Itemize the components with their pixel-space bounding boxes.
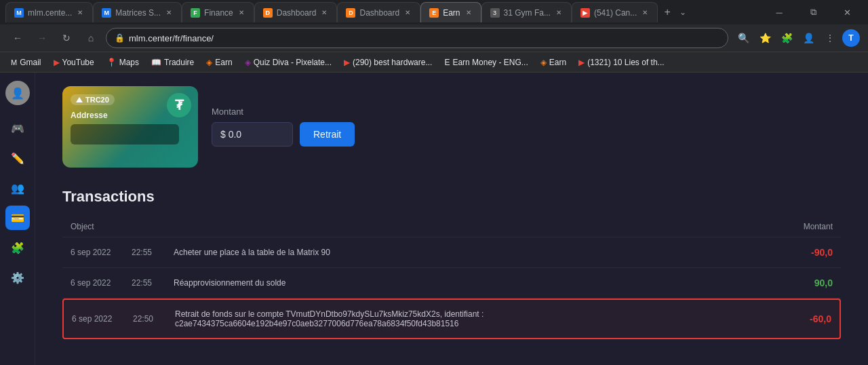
transactions-section: Transactions Object Montant 6 sep 2022 2… [62, 188, 841, 339]
montant-label: Montant [212, 107, 355, 117]
url-text: mlm.center/fr/finance/ [129, 33, 214, 43]
tab-close-youtube[interactable]: ✕ [641, 7, 649, 18]
home-button[interactable]: ⌂ [81, 28, 100, 47]
lies-icon: ▶ [578, 58, 585, 67]
tab-label-youtube: (541) Can... [594, 8, 637, 18]
bookmark-label-earn2: Earn [549, 58, 566, 67]
bookmark-label-hardware: (290) best hardware... [353, 58, 432, 67]
bookmark-label-traduire: Traduire [164, 58, 194, 67]
hardware-icon: ▶ [344, 58, 350, 67]
transaction-row: 6 sep 2022 22:55 Acheter une place à la … [62, 237, 841, 268]
extension-icon[interactable]: 🧩 [777, 28, 796, 47]
bookmark-earnmoney[interactable]: E Earn Money - ENG... [439, 55, 533, 70]
bookmark-label-gmail: Gmail [20, 58, 41, 67]
profile-icon[interactable]: 👤 [799, 28, 818, 47]
bookmark-youtube[interactable]: ▶ YouTube [48, 55, 100, 70]
maps-icon: 📍 [106, 58, 117, 67]
trc20-badge: TRC20 [71, 94, 115, 105]
tx-date-2: 6 sep 2022 [71, 278, 132, 288]
gmail-icon: M [11, 58, 17, 66]
toolbar-icons: 🔍 ⭐ 🧩 👤 ⋮ T [734, 28, 860, 47]
lock-icon: 🔒 [115, 33, 125, 43]
trc-icon [76, 97, 83, 102]
tab-label-gym: 31 Gym Fa... [504, 8, 551, 18]
bookmark-label-maps: Maps [119, 58, 139, 67]
tab-close-dashboard1[interactable]: ✕ [320, 7, 328, 18]
montant-input[interactable] [212, 122, 293, 147]
tab-youtube[interactable]: ▶ (541) Can... ✕ [572, 2, 658, 22]
sidebar-item-game[interactable]: 🎮 [5, 116, 30, 140]
transaction-row-highlighted: 6 sep 2022 22:50 Retrait de fonds sur le… [62, 299, 841, 339]
address-input[interactable] [71, 124, 179, 145]
search-icon[interactable]: 🔍 [734, 28, 753, 47]
col-object: Object [71, 222, 94, 231]
tx-object-2: Réapprovisionnement du solde [165, 278, 778, 288]
sidebar-avatar[interactable]: 👤 [5, 81, 30, 105]
tab-close-matrices[interactable]: ✕ [165, 7, 173, 18]
content-area: TRC20 ₮ Addresse Montant Retrait Transac… [35, 73, 868, 365]
bookmark-label-quiz: Quiz Diva - Pixelate... [254, 58, 332, 67]
tab-favicon-dashboard1: D [263, 8, 273, 18]
bookmark-earn1[interactable]: ◈ Earn [201, 55, 237, 70]
bookmark-quiz[interactable]: ◈ Quiz Diva - Pixelate... [239, 55, 337, 70]
bookmark-traduire[interactable]: 📖 Traduire [146, 55, 199, 70]
tab-overflow-button[interactable]: ⌄ [679, 7, 686, 17]
tx-amount-2: 90,0 [778, 277, 833, 288]
tab-close-earn[interactable]: ✕ [465, 7, 473, 18]
maximize-button[interactable]: ⧉ [797, 0, 829, 24]
bookmark-label-youtube: YouTube [62, 58, 94, 67]
tab-matrices[interactable]: M Matrices S... ✕ [93, 2, 182, 22]
menu-icon[interactable]: ⋮ [821, 28, 840, 47]
bookmark-maps[interactable]: 📍 Maps [101, 55, 144, 70]
tab-mlm[interactable]: M mlm.cente... ✕ [5, 2, 93, 22]
address-bar: ← → ↻ ⌂ 🔒 mlm.center/fr/finance/ 🔍 ⭐ 🧩 👤… [0, 24, 868, 52]
traduire-icon: 📖 [151, 58, 161, 67]
sidebar-item-users[interactable]: 👥 [5, 176, 30, 200]
bookmark-label-earn1: Earn [215, 58, 232, 67]
bookmark-hardware[interactable]: ▶ (290) best hardware... [338, 55, 437, 70]
window-controls: ─ ⧉ ✕ [764, 0, 863, 24]
tab-dashboard1[interactable]: D Dashboard ✕ [254, 2, 338, 22]
bookmarks-bar: M Gmail ▶ YouTube 📍 Maps 📖 Traduire ◈ Ea… [0, 52, 868, 72]
tab-close-gym[interactable]: ✕ [555, 7, 563, 18]
tab-favicon-earn: E [429, 8, 439, 18]
tx-time-2: 22:55 [132, 278, 165, 288]
tab-label-dashboard2: Dashboard [359, 8, 399, 18]
sidebar-item-finance[interactable]: 💳 [5, 206, 30, 230]
crypto-card: TRC20 ₮ Addresse [62, 86, 198, 168]
tab-earn[interactable]: E Earn ✕ [420, 2, 481, 22]
sidebar-item-settings[interactable]: ⚙️ [5, 265, 30, 290]
url-field[interactable]: 🔒 mlm.center/fr/finance/ [106, 28, 728, 48]
tx-object-3: Retrait de fonds sur le compte TVmutDYnD… [167, 309, 777, 328]
forward-button[interactable]: → [33, 28, 52, 47]
trc20-label: TRC20 [85, 96, 109, 104]
tab-label-earn: Earn [443, 8, 460, 18]
tab-close-finance[interactable]: ✕ [237, 7, 245, 18]
card-section: TRC20 ₮ Addresse Montant Retrait [62, 86, 841, 168]
back-button[interactable]: ← [8, 28, 27, 47]
bookmark-lies[interactable]: ▶ (1321) 10 Lies of th... [573, 55, 669, 70]
reload-button[interactable]: ↻ [57, 28, 76, 47]
bookmark-gmail[interactable]: M Gmail [5, 55, 47, 70]
tx-date-3: 6 sep 2022 [72, 314, 133, 324]
tab-label-matrices: Matrices S... [115, 8, 161, 18]
new-tab-button[interactable]: + [658, 3, 677, 22]
user-avatar[interactable]: T [842, 29, 860, 47]
tab-gym[interactable]: 3 31 Gym Fa... ✕ [481, 2, 572, 22]
tab-favicon-matrices: M [102, 8, 111, 18]
bookmark-icon[interactable]: ⭐ [755, 28, 774, 47]
tab-finance[interactable]: F Finance ✕ [182, 2, 254, 22]
earn1-icon: ◈ [206, 58, 212, 67]
tab-dashboard2[interactable]: D Dashboard ✕ [337, 2, 420, 22]
close-button[interactable]: ✕ [831, 0, 863, 24]
retrait-button[interactable]: Retrait [300, 122, 355, 147]
tab-close-dashboard2[interactable]: ✕ [403, 7, 412, 18]
tab-favicon-mlm: M [14, 8, 24, 18]
tab-close-mlm[interactable]: ✕ [76, 7, 84, 18]
tx-date-1: 6 sep 2022 [71, 248, 132, 257]
bookmark-label-lies: (1321) 10 Lies of th... [587, 58, 664, 67]
minimize-button[interactable]: ─ [764, 0, 795, 24]
bookmark-earn2[interactable]: ◈ Earn [535, 55, 572, 70]
sidebar-item-edit[interactable]: ✏️ [5, 146, 30, 170]
sidebar-item-puzzle[interactable]: 🧩 [5, 235, 30, 260]
